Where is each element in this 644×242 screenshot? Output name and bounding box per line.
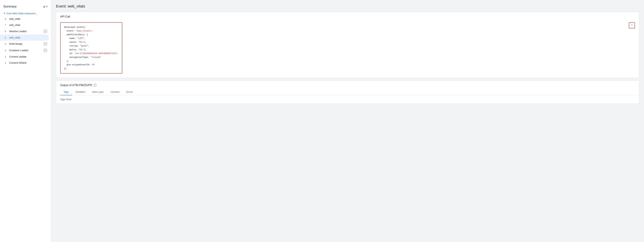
item-number-1: 1 [5, 62, 8, 64]
collapse-button[interactable]: ^ [629, 22, 635, 28]
code-line-7: delta: 755.5, [64, 48, 118, 52]
tab-variables[interactable]: Variables [72, 89, 89, 95]
sidebar-section-label: Core Web Vitals measurem... [6, 12, 38, 15]
tab-errors[interactable]: Errors [123, 89, 136, 95]
api-call-body: dataLayer.push({ event: "web_vitals", we… [56, 20, 639, 78]
sidebar-item-1[interactable]: 1 Consent Default [0, 60, 49, 66]
sidebar-item-3[interactable]: 3 Container Loaded </> [0, 47, 49, 54]
item-label-4: DOM Ready [9, 43, 42, 45]
item-label-2: Consent Update [9, 55, 47, 58]
item-number-6: 6 [5, 30, 8, 33]
filter-icon[interactable]: ≡ [46, 5, 48, 8]
sidebar-header: Summary 🗑 ≡ [0, 3, 51, 11]
code-line-1: dataLayer.push({ [64, 25, 118, 29]
item-label-8: web_vitals [9, 17, 47, 20]
item-label-5: web_vitals [9, 36, 47, 39]
item-number-4: 4 [5, 43, 8, 45]
sidebar-title: Summary [4, 5, 16, 8]
sidebar-item-5[interactable]: 5 web_vitals [0, 34, 49, 41]
tags-fired-section: Tags Fired [56, 95, 639, 104]
code-line-6: rating: "good", [64, 44, 118, 48]
code-block: dataLayer.push({ event: "web_vitals", we… [60, 22, 122, 74]
chevron-down-icon: ▼ [4, 12, 6, 15]
item-label-1: Consent Default [9, 61, 47, 64]
code-line-12: }) [64, 67, 118, 70]
item-label-3: Container Loaded [9, 49, 42, 52]
code-icon-4: </> [44, 42, 47, 45]
sidebar-item-6[interactable]: 6 Window Loaded </> [0, 28, 49, 34]
item-label-6: Window Loaded [9, 30, 42, 33]
tab-consent[interactable]: Consent [107, 89, 123, 95]
code-line-3: webVitalsData: { [64, 33, 118, 37]
sidebar-item-4[interactable]: 4 DOM Ready </> [0, 41, 49, 47]
code-line-2: event: "web_vitals", [64, 29, 118, 33]
delete-icon[interactable]: 🗑 [43, 5, 45, 8]
code-line-10: }, [64, 59, 118, 63]
tabs-row: Tags Variables Data Layer Consent Errors [56, 89, 639, 95]
sidebar-item-7[interactable]: 7 web_vitals [0, 22, 49, 28]
code-icon-3: </> [44, 49, 47, 52]
item-number-5: 5 [5, 36, 8, 39]
tags-fired-label: Tags Fired [60, 98, 71, 101]
help-icon[interactable]: ? [94, 84, 96, 87]
item-number-3: 3 [5, 49, 8, 52]
item-number-8: 8 [5, 18, 8, 20]
sidebar-item-2[interactable]: 2 Consent Update [0, 54, 49, 60]
output-header-text: Output of GTM-PMZ5VPR [60, 84, 92, 87]
code-line-9: navigationType: "reload" [64, 55, 118, 59]
sidebar-actions[interactable]: 🗑 ≡ [43, 5, 48, 8]
code-line-5: value: 755.5, [64, 40, 118, 44]
code-line-8: id: "v4-1723538582424-9497606937133", [64, 52, 118, 55]
tab-tags[interactable]: Tags [60, 89, 72, 95]
output-card: Output of GTM-PMZ5VPR ? Tags Variables D… [56, 81, 639, 104]
sidebar-item-8[interactable]: 8 web_vitals [0, 16, 49, 22]
page-title: Event: web_vitals [56, 4, 639, 8]
code-icon-6: </> [44, 30, 47, 33]
item-number-7: 7 [5, 24, 8, 26]
sidebar-section-core-web-vitals[interactable]: ▼ Core Web Vitals measurem... [0, 11, 51, 16]
item-label-7: web_vitals [9, 24, 47, 26]
api-call-header: API Call [56, 12, 639, 20]
tab-data-layer[interactable]: Data Layer [89, 89, 107, 95]
api-call-card: API Call dataLayer.push({ event: "web_vi… [56, 12, 639, 78]
code-line-11: gtm.uniqueEventId: 29 [64, 63, 118, 67]
output-header: Output of GTM-PMZ5VPR ? [56, 81, 639, 87]
item-number-2: 2 [5, 55, 8, 58]
sidebar: Summary 🗑 ≡ ▼ Core Web Vitals measurem..… [0, 0, 51, 242]
sidebar-items: ▼ Core Web Vitals measurem... 8 web_vita… [0, 11, 51, 66]
main-content: Event: web_vitals API Call dataLayer.pus… [51, 0, 644, 242]
code-line-4: name: "LCP", [64, 37, 118, 40]
